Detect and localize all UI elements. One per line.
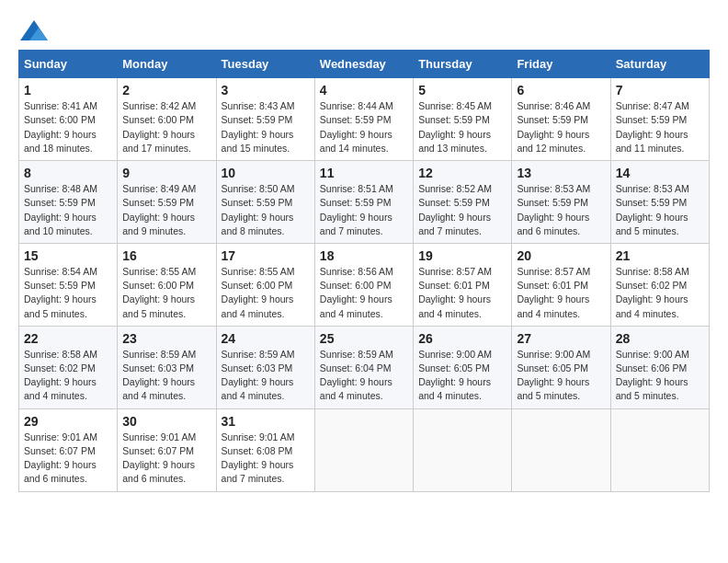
day-number: 6 xyxy=(517,83,605,98)
day-info: Sunrise: 8:55 AMSunset: 6:00 PMDaylight:… xyxy=(222,265,310,321)
calendar-cell: 3Sunrise: 8:43 AMSunset: 5:59 PMDaylight… xyxy=(216,78,314,161)
day-info: Sunrise: 8:55 AMSunset: 6:00 PMDaylight:… xyxy=(122,265,210,321)
calendar-cell: 29Sunrise: 9:01 AMSunset: 6:07 PMDayligh… xyxy=(19,408,118,491)
day-number: 8 xyxy=(24,166,112,180)
calendar-cell: 28Sunrise: 9:00 AMSunset: 6:06 PMDayligh… xyxy=(610,326,709,408)
day-number: 24 xyxy=(222,331,310,346)
calendar-cell: 1Sunrise: 8:41 AMSunset: 6:00 PMDaylight… xyxy=(19,78,118,161)
calendar-cell xyxy=(512,408,610,491)
calendar-cell: 14Sunrise: 8:53 AMSunset: 5:59 PMDayligh… xyxy=(610,161,709,244)
calendar-cell: 24Sunrise: 8:59 AMSunset: 6:03 PMDayligh… xyxy=(216,326,314,408)
day-info: Sunrise: 8:44 AMSunset: 5:59 PMDaylight:… xyxy=(320,99,408,155)
calendar-cell: 18Sunrise: 8:56 AMSunset: 6:00 PMDayligh… xyxy=(314,243,413,326)
day-info: Sunrise: 9:01 AMSunset: 6:08 PMDaylight:… xyxy=(222,431,310,487)
day-number: 26 xyxy=(418,331,506,346)
calendar-cell: 9Sunrise: 8:49 AMSunset: 5:59 PMDaylight… xyxy=(118,161,216,244)
day-info: Sunrise: 8:47 AMSunset: 5:59 PMDaylight:… xyxy=(616,99,704,155)
day-info: Sunrise: 8:53 AMSunset: 5:59 PMDaylight:… xyxy=(517,182,605,238)
day-info: Sunrise: 8:52 AMSunset: 5:59 PMDaylight:… xyxy=(418,182,506,238)
day-info: Sunrise: 8:59 AMSunset: 6:04 PMDaylight:… xyxy=(320,348,408,404)
calendar-cell: 13Sunrise: 8:53 AMSunset: 5:59 PMDayligh… xyxy=(512,161,610,244)
day-info: Sunrise: 9:00 AMSunset: 6:05 PMDaylight:… xyxy=(418,348,506,404)
day-number: 14 xyxy=(616,166,704,180)
day-number: 7 xyxy=(616,83,704,98)
calendar-cell: 16Sunrise: 8:55 AMSunset: 6:00 PMDayligh… xyxy=(118,243,216,326)
day-info: Sunrise: 8:57 AMSunset: 6:01 PMDaylight:… xyxy=(517,265,605,321)
calendar-cell: 30Sunrise: 9:01 AMSunset: 6:07 PMDayligh… xyxy=(118,408,216,491)
day-info: Sunrise: 8:46 AMSunset: 5:59 PMDaylight:… xyxy=(517,99,605,155)
day-info: Sunrise: 8:58 AMSunset: 6:02 PMDaylight:… xyxy=(616,265,704,321)
day-number: 4 xyxy=(320,83,408,98)
day-info: Sunrise: 9:00 AMSunset: 6:06 PMDaylight:… xyxy=(616,348,704,404)
day-number: 9 xyxy=(122,166,210,180)
calendar-cell: 27Sunrise: 9:00 AMSunset: 6:05 PMDayligh… xyxy=(512,326,610,408)
day-info: Sunrise: 8:54 AMSunset: 5:59 PMDaylight:… xyxy=(24,265,112,321)
calendar-week-row: 1Sunrise: 8:41 AMSunset: 6:00 PMDaylight… xyxy=(19,78,710,161)
logo xyxy=(18,18,48,40)
calendar-cell: 5Sunrise: 8:45 AMSunset: 5:59 PMDaylight… xyxy=(414,78,512,161)
day-info: Sunrise: 8:51 AMSunset: 5:59 PMDaylight:… xyxy=(320,182,408,238)
weekday-header: Friday xyxy=(512,51,610,78)
day-info: Sunrise: 8:58 AMSunset: 6:02 PMDaylight:… xyxy=(24,348,112,404)
calendar-cell: 20Sunrise: 8:57 AMSunset: 6:01 PMDayligh… xyxy=(512,243,610,326)
calendar-cell: 6Sunrise: 8:46 AMSunset: 5:59 PMDaylight… xyxy=(512,78,610,161)
page-header xyxy=(18,18,710,40)
weekday-header: Sunday xyxy=(19,51,118,78)
day-number: 31 xyxy=(222,414,310,429)
day-info: Sunrise: 8:59 AMSunset: 6:03 PMDaylight:… xyxy=(122,348,210,404)
day-info: Sunrise: 9:00 AMSunset: 6:05 PMDaylight:… xyxy=(517,348,605,404)
day-info: Sunrise: 8:43 AMSunset: 5:59 PMDaylight:… xyxy=(222,99,310,155)
calendar-cell: 22Sunrise: 8:58 AMSunset: 6:02 PMDayligh… xyxy=(19,326,118,408)
day-number: 16 xyxy=(122,248,210,263)
day-info: Sunrise: 8:45 AMSunset: 5:59 PMDaylight:… xyxy=(418,99,506,155)
day-number: 29 xyxy=(24,414,112,429)
day-number: 3 xyxy=(222,83,310,98)
day-number: 13 xyxy=(517,166,605,180)
calendar-week-row: 29Sunrise: 9:01 AMSunset: 6:07 PMDayligh… xyxy=(19,408,710,491)
day-number: 10 xyxy=(222,166,310,180)
day-number: 18 xyxy=(320,248,408,263)
day-number: 12 xyxy=(418,166,506,180)
calendar-cell: 31Sunrise: 9:01 AMSunset: 6:08 PMDayligh… xyxy=(216,408,314,491)
day-info: Sunrise: 8:42 AMSunset: 6:00 PMDaylight:… xyxy=(122,99,210,155)
day-number: 5 xyxy=(418,83,506,98)
calendar-cell: 2Sunrise: 8:42 AMSunset: 6:00 PMDaylight… xyxy=(118,78,216,161)
weekday-header: Wednesday xyxy=(314,51,413,78)
weekday-header: Monday xyxy=(118,51,216,78)
day-number: 28 xyxy=(616,331,704,346)
day-number: 2 xyxy=(122,83,210,98)
calendar-cell: 10Sunrise: 8:50 AMSunset: 5:59 PMDayligh… xyxy=(216,161,314,244)
calendar-week-row: 15Sunrise: 8:54 AMSunset: 5:59 PMDayligh… xyxy=(19,243,710,326)
calendar-cell: 7Sunrise: 8:47 AMSunset: 5:59 PMDaylight… xyxy=(610,78,709,161)
day-info: Sunrise: 8:48 AMSunset: 5:59 PMDaylight:… xyxy=(24,182,112,238)
day-info: Sunrise: 8:49 AMSunset: 5:59 PMDaylight:… xyxy=(122,182,210,238)
day-number: 19 xyxy=(418,248,506,263)
day-number: 17 xyxy=(222,248,310,263)
day-number: 25 xyxy=(320,331,408,346)
weekday-header-row: SundayMondayTuesdayWednesdayThursdayFrid… xyxy=(19,51,710,78)
calendar-table: SundayMondayTuesdayWednesdayThursdayFrid… xyxy=(18,50,710,491)
calendar-cell xyxy=(610,408,709,491)
calendar-cell: 25Sunrise: 8:59 AMSunset: 6:04 PMDayligh… xyxy=(314,326,413,408)
day-info: Sunrise: 8:57 AMSunset: 6:01 PMDaylight:… xyxy=(418,265,506,321)
calendar-cell: 19Sunrise: 8:57 AMSunset: 6:01 PMDayligh… xyxy=(414,243,512,326)
calendar-cell: 15Sunrise: 8:54 AMSunset: 5:59 PMDayligh… xyxy=(19,243,118,326)
weekday-header: Tuesday xyxy=(216,51,314,78)
day-info: Sunrise: 8:53 AMSunset: 5:59 PMDaylight:… xyxy=(616,182,704,238)
calendar-cell: 11Sunrise: 8:51 AMSunset: 5:59 PMDayligh… xyxy=(314,161,413,244)
day-info: Sunrise: 8:41 AMSunset: 6:00 PMDaylight:… xyxy=(24,99,112,155)
day-number: 20 xyxy=(517,248,605,263)
day-number: 23 xyxy=(122,331,210,346)
calendar-cell: 12Sunrise: 8:52 AMSunset: 5:59 PMDayligh… xyxy=(414,161,512,244)
calendar-cell: 21Sunrise: 8:58 AMSunset: 6:02 PMDayligh… xyxy=(610,243,709,326)
logo-icon xyxy=(20,20,48,40)
calendar-cell: 17Sunrise: 8:55 AMSunset: 6:00 PMDayligh… xyxy=(216,243,314,326)
calendar-week-row: 8Sunrise: 8:48 AMSunset: 5:59 PMDaylight… xyxy=(19,161,710,244)
calendar-week-row: 22Sunrise: 8:58 AMSunset: 6:02 PMDayligh… xyxy=(19,326,710,408)
day-info: Sunrise: 9:01 AMSunset: 6:07 PMDaylight:… xyxy=(24,431,112,487)
day-number: 11 xyxy=(320,166,408,180)
day-number: 15 xyxy=(24,248,112,263)
day-info: Sunrise: 8:50 AMSunset: 5:59 PMDaylight:… xyxy=(222,182,310,238)
calendar-cell: 23Sunrise: 8:59 AMSunset: 6:03 PMDayligh… xyxy=(118,326,216,408)
day-info: Sunrise: 8:59 AMSunset: 6:03 PMDaylight:… xyxy=(222,348,310,404)
